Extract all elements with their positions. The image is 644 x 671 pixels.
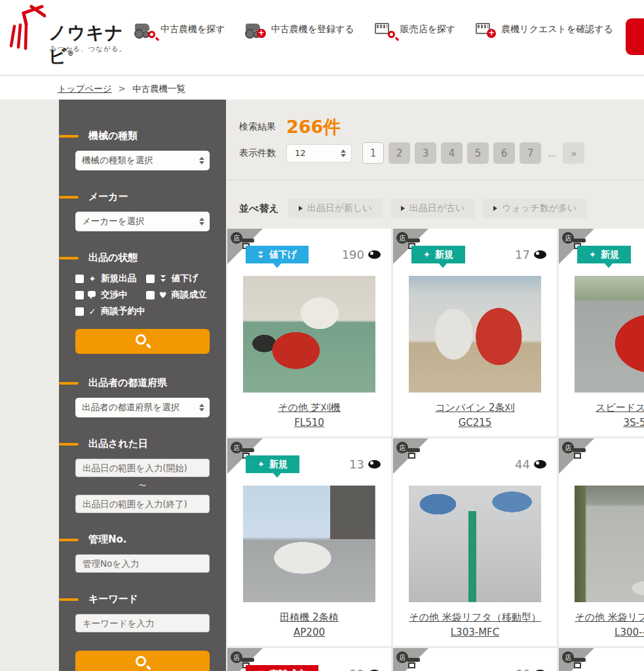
date-end-input[interactable] xyxy=(75,495,210,513)
check-icon: ✓ xyxy=(87,307,98,316)
badge-icon: ✦ xyxy=(423,250,430,259)
maker-select[interactable]: メーカーを選択 xyxy=(75,212,210,231)
checkbox-deal-reserved[interactable]: ✓ 商談予約中 xyxy=(75,305,216,317)
listing-card[interactable]: 店 ✦ 新規 17 コンバイン 2条刈 GC215 xyxy=(393,229,557,436)
badge-icon xyxy=(257,250,265,259)
listing-card[interactable]: 店 66 xyxy=(393,648,557,671)
nav-link[interactable]: 中古農機を登録する xyxy=(245,21,354,38)
sort-buttons: 出品日が新しい 出品日が古い ウォッチ数が多い xyxy=(288,199,588,218)
header-menu-button[interactable] xyxy=(626,18,644,55)
status-badge: ✦ 新規 xyxy=(577,246,631,263)
maker-label: メーカー xyxy=(59,191,226,203)
page-button-6[interactable]: 6 xyxy=(493,142,515,164)
svg-text:店: 店 xyxy=(399,235,406,242)
page-button-4[interactable]: 4 xyxy=(441,142,463,164)
product-photo[interactable] xyxy=(575,276,644,393)
header-nav: 中古農機を探す 中古農機を登録する 販売店を探す 農機リクエストを確認する xyxy=(134,21,613,38)
checkbox-price-down[interactable]: 値下げ xyxy=(146,273,217,284)
checkbox-deal-closed[interactable]: ♥ 商談成立 xyxy=(146,289,217,301)
sidebar-search-button-bottom[interactable] xyxy=(75,651,210,671)
keyword-input[interactable] xyxy=(75,614,210,632)
listing-card[interactable]: 店 ✦ 新規 13 田植機 2条植 AP200 xyxy=(227,438,391,646)
checkbox-negotiating[interactable]: 交渉中 xyxy=(75,289,146,301)
sort-button[interactable]: ウォッチ数が多い xyxy=(483,199,587,218)
listing-name-link[interactable]: その他 米袋リフタ（移動型） xyxy=(393,610,557,625)
status-checkbox-group: ✦ 新規出品 値下げ 交渉中 ♥ 商談成立 xyxy=(75,273,216,317)
listing-card[interactable]: 店 ✦ 新規 スピードスプレーヤ 3S-500 xyxy=(559,229,644,436)
triangle-icon xyxy=(493,206,497,211)
admin-no-input[interactable] xyxy=(75,554,210,573)
product-photo[interactable] xyxy=(409,486,541,602)
status-badge: 値下げ xyxy=(246,246,309,263)
date-start-input[interactable] xyxy=(75,459,210,477)
checkbox-box xyxy=(146,275,155,283)
svg-text:店: 店 xyxy=(565,444,571,451)
listing-card[interactable]: 店 その他 米袋リフタ（移動型） L300--MFC xyxy=(559,438,644,646)
listing-grid: 店 値下げ 190 その他 芝刈機 FL510 店 xyxy=(227,229,644,671)
listing-model-link[interactable]: FL510 xyxy=(227,415,391,431)
shop-tractor-icon: 店 xyxy=(561,651,587,671)
listing-model-link[interactable]: AP200 xyxy=(227,625,391,640)
per-page-select[interactable]: 12 xyxy=(286,144,352,163)
shop-tractor-icon: 店 xyxy=(395,441,421,465)
view-count: 17 xyxy=(515,248,546,261)
listing-card[interactable]: 店 ♥ 商談成立 99 xyxy=(227,648,391,671)
page-button-1[interactable]: 1 xyxy=(362,142,384,164)
listing-name-link[interactable]: 田植機 2条植 xyxy=(227,610,391,625)
listing-name-link[interactable]: その他 米袋リフタ（移動型） xyxy=(559,610,644,625)
svg-text:店: 店 xyxy=(399,654,406,661)
listing-caption: その他 芝刈機 FL510 xyxy=(227,400,391,431)
machine-type-label: 機械の種類 xyxy=(59,130,226,142)
machine-type-select[interactable]: 機械の種類を選択 xyxy=(75,151,210,170)
price-down-icon xyxy=(158,275,168,282)
listing-name-link[interactable]: その他 芝刈機 xyxy=(227,400,391,415)
product-photo[interactable] xyxy=(409,276,541,393)
product-photo[interactable] xyxy=(243,276,375,393)
nav-link[interactable]: 中古農機を探す xyxy=(134,21,225,38)
keyword-label: キーワード xyxy=(59,593,226,605)
listing-name-link[interactable]: コンバイン 2条刈 xyxy=(393,400,557,415)
checkbox-box xyxy=(75,307,84,316)
sort-label: 並べ替え xyxy=(239,202,279,215)
eye-icon xyxy=(368,250,381,259)
sort-button[interactable]: 出品日が古い xyxy=(390,199,476,218)
site-logo[interactable]: ノウキナビ® みつかる、つながる。 xyxy=(8,4,136,69)
page-button-5[interactable]: 5 xyxy=(467,142,489,164)
sidebar-search-button-top[interactable] xyxy=(75,329,210,354)
nav-link[interactable]: 農機リクエストを確認する xyxy=(475,21,613,38)
status-label: 出品の状態 xyxy=(59,252,226,264)
page-button-2[interactable]: 2 xyxy=(388,142,410,164)
page-button-3[interactable]: 3 xyxy=(415,142,436,164)
status-badge: ♥ 商談成立 xyxy=(246,665,318,671)
product-photo[interactable] xyxy=(243,486,375,602)
nav-link[interactable]: 販売店を探す xyxy=(374,21,456,38)
listing-card[interactable]: 店 値下げ 190 その他 芝刈機 FL510 xyxy=(227,229,391,436)
listing-card[interactable]: 店 44 その他 米袋リフタ（移動型） L303-MFC xyxy=(393,438,557,646)
product-photo[interactable] xyxy=(575,486,644,602)
listing-card[interactable]: 店 xyxy=(559,648,644,671)
triangle-icon xyxy=(299,206,303,211)
listing-caption: 田植機 2条植 AP200 xyxy=(227,610,391,641)
sparkle-icon: ✦ xyxy=(87,275,98,283)
pagination: 1234567 ... » xyxy=(362,142,584,164)
site-header: ノウキナビ® みつかる、つながる。 中古農機を探す 中古農機を登録する 販売店を… xyxy=(0,0,644,75)
listing-caption: その他 米袋リフタ（移動型） L303-MFC xyxy=(393,610,557,641)
breadcrumb-home-link[interactable]: トップページ xyxy=(58,83,112,94)
listing-name-link[interactable]: スピードスプレーヤ xyxy=(559,400,644,415)
prefecture-select[interactable]: 出品者の都道府県を選択 xyxy=(75,398,210,417)
shop-tractor-icon: 店 xyxy=(395,651,421,671)
page-button-7[interactable]: 7 xyxy=(520,142,541,164)
triangle-icon xyxy=(401,206,405,211)
listing-model-link[interactable]: GC215 xyxy=(393,415,557,431)
listing-caption: スピードスプレーヤ 3S-500 xyxy=(559,400,644,431)
results-count: 266件 xyxy=(286,118,341,136)
breadcrumb-bar: トップページ>中古農機一覧 xyxy=(0,75,644,100)
checkbox-new-listing[interactable]: ✦ 新規出品 xyxy=(75,273,146,284)
next-page-button[interactable]: » xyxy=(563,142,584,164)
listing-model-link[interactable]: L303-MFC xyxy=(393,625,557,640)
listing-model-link[interactable]: 3S-500 xyxy=(559,415,644,431)
listing-model-link[interactable]: L300--MFC xyxy=(559,625,644,640)
status-badge: ✦ 新規 xyxy=(246,455,299,473)
sort-button[interactable]: 出品日が新しい xyxy=(288,199,383,218)
updown-icon xyxy=(341,149,346,157)
